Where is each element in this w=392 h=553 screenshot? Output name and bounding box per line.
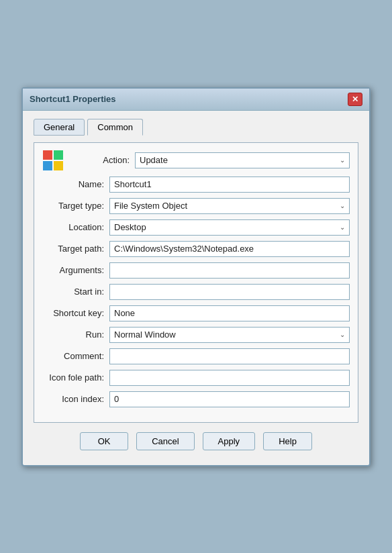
window-body: General Common Act [23,111,369,465]
target-type-dropdown[interactable]: File System Object ⌄ [109,198,350,214]
name-row: Name: [42,177,350,193]
icon-file-path-input[interactable] [109,370,350,386]
apply-button[interactable]: Apply [203,432,256,450]
action-dropdown-arrow: ⌄ [340,156,345,164]
arguments-input[interactable] [109,262,350,279]
start-in-label: Start in: [42,287,109,297]
action-label: Action: [68,155,135,165]
cancel-button[interactable]: Cancel [136,432,194,450]
arguments-label: Arguments: [42,265,109,275]
ok-button[interactable]: OK [80,432,128,450]
location-label: Location: [42,222,109,232]
icon-index-input[interactable] [109,391,350,407]
comment-input[interactable] [109,348,350,364]
target-path-row: Target path: [42,241,350,257]
svg-rect-3 [54,161,63,170]
name-label: Name: [42,179,109,189]
arguments-row: Arguments: [42,262,350,279]
icon-label-group: Action: [42,150,135,171]
window-title: Shortcut1 Properties [30,94,116,104]
form-area: Action: Update ⌄ Name: Target type: File… [34,142,358,423]
name-input[interactable] [109,177,350,193]
location-arrow: ⌄ [340,223,345,231]
icon-index-row: Icon index: [42,391,350,407]
icon-index-label: Icon index: [42,394,109,404]
title-bar: Shortcut1 Properties ✕ [23,89,369,111]
run-dropdown[interactable]: Normal Window ⌄ [109,327,350,343]
svg-rect-0 [43,150,52,160]
shortcut-key-input[interactable] [109,305,350,321]
action-row: Action: Update ⌄ [42,150,350,171]
footer-buttons: OK Cancel Apply Help [34,423,358,457]
shortcut-key-row: Shortcut key: [42,305,350,321]
comment-label: Comment: [42,351,109,361]
location-dropdown[interactable]: Desktop ⌄ [109,219,350,236]
tab-common[interactable]: Common [87,119,143,136]
target-type-arrow: ⌄ [340,202,345,209]
tab-general[interactable]: General [34,119,85,136]
windows-icon [42,150,64,171]
run-row: Run: Normal Window ⌄ [42,327,350,343]
shortcut-key-label: Shortcut key: [42,308,109,318]
icon-file-path-row: Icon fole path: [42,370,350,386]
svg-rect-1 [54,150,63,160]
action-dropdown[interactable]: Update ⌄ [135,152,350,168]
target-path-label: Target path: [42,244,109,254]
target-type-row: Target type: File System Object ⌄ [42,198,350,214]
run-arrow: ⌄ [340,331,345,338]
help-button[interactable]: Help [263,432,312,450]
icon-file-path-label: Icon fole path: [42,372,109,383]
run-label: Run: [42,330,109,340]
target-path-input[interactable] [109,241,350,257]
comment-row: Comment: [42,348,350,364]
target-type-label: Target type: [42,201,109,211]
start-in-input[interactable] [109,284,350,300]
start-in-row: Start in: [42,284,350,300]
close-button[interactable]: ✕ [348,93,362,106]
tab-bar: General Common [34,119,358,136]
svg-rect-2 [43,161,52,170]
location-row: Location: Desktop ⌄ [42,219,350,236]
properties-window: Shortcut1 Properties ✕ General Common [21,87,371,466]
